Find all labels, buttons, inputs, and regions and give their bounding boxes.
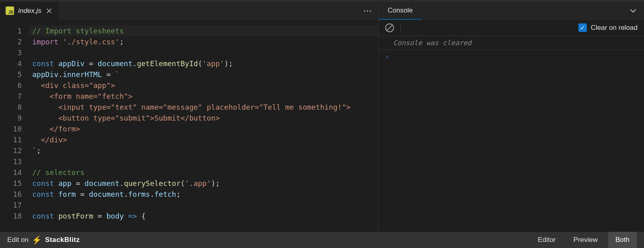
clear-console-icon[interactable] (385, 23, 394, 32)
console-tab-label: Console (388, 6, 413, 15)
view-preview-button[interactable]: Preview (566, 232, 605, 248)
code-editor[interactable]: 123456789101112131415161718 // Import st… (0, 20, 378, 232)
prompt-chevron-icon: › (385, 53, 389, 60)
code-line[interactable]: </div> (32, 134, 378, 145)
clear-on-reload-toggle[interactable]: ✓ Clear on reload (578, 23, 638, 32)
code-line[interactable]: // Import stylesheets (29, 25, 378, 36)
main-split: JS index.js ⋯ 12345678910111213141516171… (0, 2, 644, 232)
code-line[interactable] (32, 156, 378, 167)
console-pane: Console ✓ Clear on reload Console was cl… (378, 2, 644, 232)
file-tab[interactable]: JS index.js (0, 2, 58, 20)
code-line[interactable]: const appDiv = document.getElementById('… (32, 58, 378, 69)
clear-on-reload-label: Clear on reload (591, 24, 638, 32)
brand-name: StackBlitz (45, 236, 80, 244)
view-editor-button[interactable]: Editor (530, 232, 563, 248)
footer-bar: Edit on ⚡ StackBlitz Editor Preview Both (0, 232, 644, 248)
code-line[interactable] (32, 47, 378, 58)
code-line[interactable]: const form = document.forms.fetch; (32, 189, 378, 200)
code-line[interactable]: <input type="text" name="message" placeh… (32, 102, 378, 113)
code-line[interactable]: `; (32, 145, 378, 156)
code-line[interactable]: const postForm = body => { (32, 210, 378, 221)
console-tab-bar: Console (379, 2, 644, 20)
code-line[interactable]: // selectors (32, 167, 378, 178)
bolt-icon: ⚡ (32, 235, 42, 245)
checkbox-checked-icon: ✓ (578, 23, 587, 32)
code-line[interactable]: <button type="submit">Submit</button> (32, 113, 378, 123)
collapse-panel-button[interactable] (622, 2, 644, 20)
file-tab-label: index.js (18, 7, 41, 15)
code-line[interactable]: const app = document.querySelector('.app… (32, 178, 378, 189)
editor-pane: JS index.js ⋯ 12345678910111213141516171… (0, 2, 378, 232)
js-file-icon: JS (6, 6, 14, 15)
code-line[interactable]: appDiv.innerHTML = ` (32, 69, 378, 80)
console-message: Console was cleared (379, 36, 644, 50)
console-toolbar: ✓ Clear on reload (379, 20, 644, 36)
code-line[interactable]: <form name="fetch"> (32, 91, 378, 102)
edit-on-label: Edit on (7, 236, 29, 244)
code-content[interactable]: // Import stylesheetsimport './style.css… (32, 25, 378, 232)
code-line[interactable]: </form> (32, 123, 378, 134)
more-actions-icon[interactable]: ⋯ (363, 6, 372, 15)
line-gutter: 123456789101112131415161718 (0, 25, 32, 232)
console-output: Console was cleared › (379, 36, 644, 232)
console-prompt[interactable]: › (379, 50, 644, 63)
code-line[interactable] (32, 200, 378, 210)
view-both-button[interactable]: Both (608, 232, 637, 248)
tab-actions: ⋯ (363, 2, 378, 20)
code-line[interactable]: <div class="app"> (32, 80, 378, 91)
stackblitz-brand-link[interactable]: ⚡ StackBlitz (32, 235, 80, 245)
close-tab-icon[interactable] (45, 7, 53, 15)
code-line[interactable]: import './style.css'; (32, 36, 378, 47)
separator (400, 23, 401, 33)
console-tab[interactable]: Console (379, 2, 421, 20)
tab-bar: JS index.js ⋯ (0, 2, 378, 20)
